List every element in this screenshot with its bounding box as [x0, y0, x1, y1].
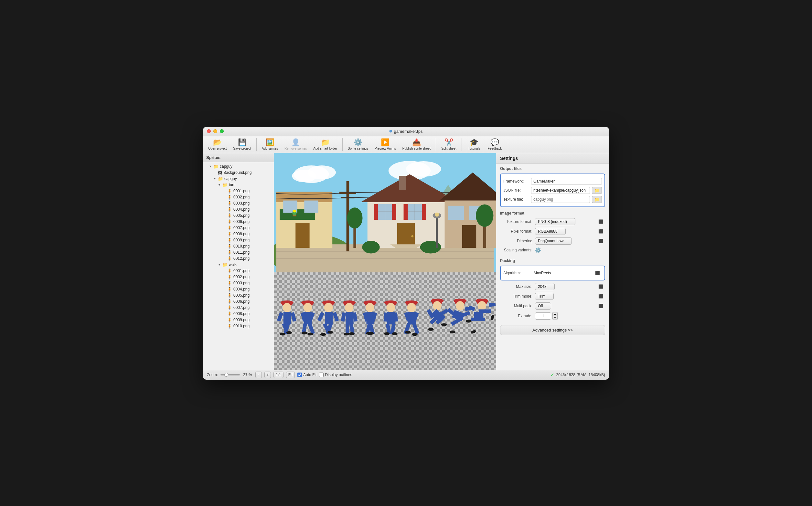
tree-item-walk-0002[interactable]: ▶ 🧍 0002.png: [203, 274, 274, 280]
svg-rect-79: [325, 312, 333, 324]
trim-mode-select[interactable]: Trim: [535, 293, 554, 300]
dithering-row: Dithering PngQuant Low ⬛: [496, 236, 609, 246]
tree-item-turn-0006[interactable]: ▶ 🧍 0006.png: [203, 219, 274, 225]
tree-item-capguy-folder[interactable]: ▼ 📁 capguy: [203, 176, 274, 182]
svg-point-36: [411, 235, 413, 237]
tree-item-turn-0011[interactable]: ▶ 🧍 0011.png: [203, 249, 274, 256]
zoom-plus-button[interactable]: +: [264, 371, 271, 378]
auto-fit-checkbox-wrapper[interactable]: Auto Fit: [298, 372, 316, 377]
pixel-format-wrapper: RGBA8888 ⬛: [535, 228, 605, 235]
tree-item-turn-0009[interactable]: ▶ 🧍 0009.png: [203, 237, 274, 243]
tutorials-button[interactable]: 🎓 Tutorials: [465, 138, 484, 152]
texture-file-browse-button[interactable]: 📁: [592, 196, 602, 203]
status-right: ✓ 2046x1928 (RAM: 15408kB): [551, 372, 605, 377]
tree-label: 0010.png: [233, 324, 272, 328]
zoom-fit-button[interactable]: Fit: [286, 371, 295, 378]
sprite-settings-button[interactable]: ⚙️ Sprite settings: [345, 138, 371, 152]
advanced-settings-button[interactable]: Advanced settings >>: [500, 325, 605, 335]
scaling-variants-gear[interactable]: ⚙️: [535, 247, 542, 253]
publish-sprite-sheet-button[interactable]: 📤 Publish sprite sheet: [400, 138, 433, 152]
canvas-scene[interactable]: [274, 153, 496, 272]
sprite-icon: 🧍: [227, 207, 232, 212]
tree-item-walk-0001[interactable]: ▶ 🧍 0001.png: [203, 268, 274, 274]
dithering-arrow: ⬛: [598, 239, 603, 243]
add-smart-folder-button[interactable]: 📁 Add smart folder: [311, 138, 339, 152]
tree-item-walk-0005[interactable]: ▶ 🧍 0005.png: [203, 292, 274, 299]
tree-item-walk-0006[interactable]: ▶ 🧍 0006.png: [203, 299, 274, 305]
algorithm-arrow: ⬛: [595, 271, 600, 275]
texture-file-input[interactable]: [531, 196, 590, 203]
tree-item-walk-0004[interactable]: ▶ 🧍 0004.png: [203, 286, 274, 292]
tree-item-turn-0003[interactable]: ▶ 🧍 0003.png: [203, 200, 274, 206]
auto-fit-checkbox[interactable]: [298, 372, 302, 377]
tree-item-walk-0008[interactable]: ▶ 🧍 0008.png: [203, 311, 274, 317]
sprite-icon: 🧍: [227, 281, 232, 286]
display-outlines-checkbox-wrapper[interactable]: Display outlines: [319, 372, 352, 377]
tree-item-turn-0012[interactable]: ▶ 🧍 0012.png: [203, 256, 274, 262]
tree-label: 0001.png: [233, 189, 272, 193]
close-button[interactable]: [207, 129, 211, 133]
algorithm-select[interactable]: MaxRects: [531, 270, 559, 276]
multi-pack-select[interactable]: Off: [535, 303, 551, 310]
split-sheet-label: Split sheet: [441, 147, 457, 150]
canvas-sprites[interactable]: [274, 272, 496, 370]
preview-anims-button[interactable]: ▶️ Preview Anims: [372, 138, 399, 152]
tree-item-walk-0003[interactable]: ▶ 🧍 0003.png: [203, 280, 274, 286]
svg-point-138: [456, 301, 465, 311]
sprite-icon: 🧍: [227, 287, 232, 292]
zoom-slider[interactable]: [221, 374, 240, 375]
expand-arrow: ▼: [213, 177, 217, 180]
algorithm-wrapper: MaxRects ⬛: [531, 270, 602, 276]
feedback-button[interactable]: 💬 Feedback: [485, 138, 505, 152]
sprites-svg: [274, 272, 496, 370]
tree-item-background[interactable]: ▶ 🖼 Background.png: [203, 170, 274, 176]
tree-item-walk[interactable]: ▼ 📁 walk: [203, 262, 274, 268]
tree-item-walk-0009[interactable]: ▶ 🧍 0009.png: [203, 317, 274, 323]
auto-fit-label: Auto Fit: [303, 372, 316, 377]
sidebar: Sprites ▼ 📁 capguy ▶ 🖼 Background.png: [203, 153, 274, 370]
json-file-browse-button[interactable]: 📁: [592, 187, 602, 194]
tree-item-walk-0007[interactable]: ▶ 🧍 0007.png: [203, 305, 274, 311]
save-project-label: Save project: [233, 147, 251, 150]
status-ok-icon: ✓: [551, 372, 554, 377]
tree-item-turn-0002[interactable]: ▶ 🧍 0002.png: [203, 194, 274, 200]
tree-item-turn-0001[interactable]: ▶ 🧍 0001.png: [203, 188, 274, 194]
extrude-decrement-button[interactable]: ▼: [552, 316, 558, 320]
tree-item-turn-0004[interactable]: ▶ 🧍 0004.png: [203, 206, 274, 213]
extrude-increment-button[interactable]: ▲: [552, 312, 558, 316]
save-project-button[interactable]: 💾 Save project: [231, 138, 254, 152]
split-sheet-button[interactable]: ✂️ Split sheet: [439, 138, 459, 152]
json-file-input[interactable]: [531, 187, 590, 194]
pixel-format-select[interactable]: RGBA8888: [535, 228, 566, 235]
open-project-button[interactable]: 📂 Open project: [206, 138, 229, 152]
add-sprites-button[interactable]: 🖼️ Add sprites: [259, 138, 280, 152]
tree-label: 0012.png: [233, 256, 272, 261]
texture-format-select[interactable]: PNG-8 (indexed): [535, 218, 575, 225]
svg-rect-24: [399, 176, 406, 190]
tree-item-turn-0010[interactable]: ▶ 🧍 0010.png: [203, 243, 274, 249]
extrude-input[interactable]: [535, 313, 551, 320]
algorithm-row: Algorithm: MaxRects ⬛: [503, 269, 602, 277]
svg-point-54: [293, 209, 296, 212]
tree-item-capguy-root[interactable]: ▼ 📁 capguy: [203, 164, 274, 170]
zoom-minus-button[interactable]: -: [255, 371, 262, 378]
zoom-1-1-button[interactable]: 1:1: [273, 371, 283, 378]
tree-label: 0005.png: [233, 213, 272, 218]
remove-sprites-button[interactable]: 👤 Remove sprites: [282, 138, 309, 152]
tree-item-turn-0007[interactable]: ▶ 🧍 0007.png: [203, 225, 274, 231]
tree-label: 0009.png: [233, 238, 272, 242]
tree-item-turn-0008[interactable]: ▶ 🧍 0008.png: [203, 231, 274, 237]
framework-input[interactable]: [531, 178, 602, 185]
tree-item-walk-0010[interactable]: ▶ 🧍 0010.png: [203, 323, 274, 329]
maximize-button[interactable]: [220, 129, 224, 133]
sprite-icon: 🧍: [227, 238, 232, 243]
max-size-select[interactable]: 2048: [535, 283, 555, 290]
svg-point-3: [292, 170, 316, 182]
display-outlines-checkbox[interactable]: [319, 372, 324, 377]
minimize-button[interactable]: [213, 129, 217, 133]
tree-item-turn[interactable]: ▼ 📁 turn: [203, 182, 274, 188]
tree-item-turn-0005[interactable]: ▶ 🧍 0005.png: [203, 213, 274, 219]
dithering-select[interactable]: PngQuant Low: [535, 238, 572, 245]
packing-header: Packing: [496, 256, 609, 264]
svg-point-38: [362, 241, 380, 253]
